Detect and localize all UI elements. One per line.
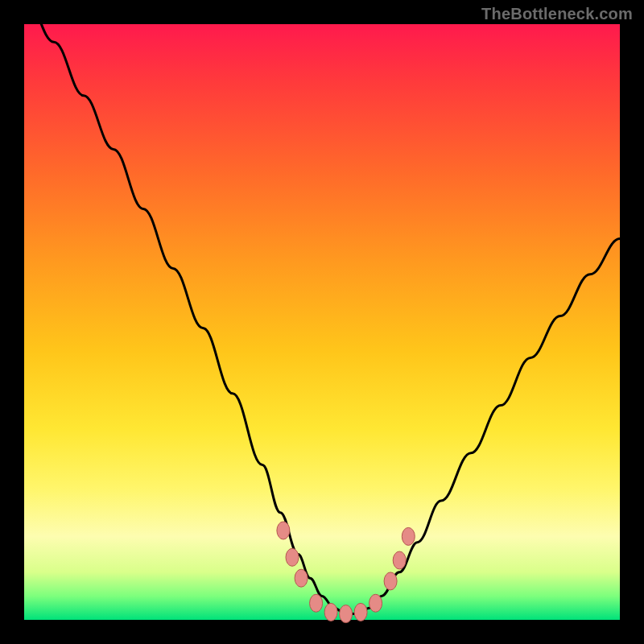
bottleneck-curve xyxy=(24,0,620,614)
curve-markers xyxy=(277,522,415,623)
curve-marker xyxy=(402,527,415,545)
curve-marker xyxy=(286,548,299,566)
curve-marker xyxy=(277,522,290,539)
curve-marker xyxy=(369,594,382,612)
curve-marker xyxy=(384,572,397,590)
curve-marker xyxy=(295,569,308,587)
watermark-text: TheBottleneck.com xyxy=(481,5,633,23)
curve-marker xyxy=(324,603,337,621)
plot-area xyxy=(24,24,620,620)
curve-marker xyxy=(310,594,323,612)
chart-svg xyxy=(24,24,620,620)
chart-frame: TheBottleneck.com xyxy=(0,0,644,644)
curve-marker xyxy=(340,605,353,623)
curve-marker xyxy=(354,603,367,621)
curve-marker xyxy=(393,551,406,569)
